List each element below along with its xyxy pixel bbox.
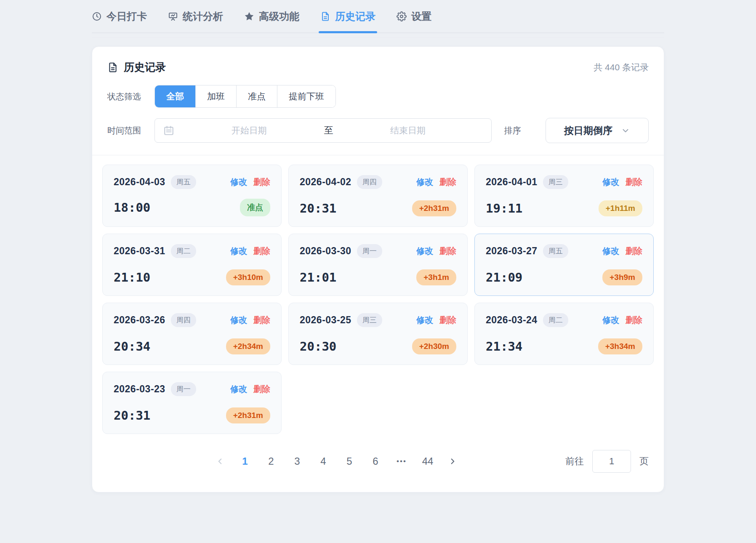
record-card[interactable]: 2026-03-30周一修改删除21:01+3h1m bbox=[288, 234, 468, 296]
status-badge: +2h34m bbox=[226, 338, 270, 354]
delete-link[interactable]: 删除 bbox=[626, 176, 642, 188]
record-card[interactable]: 2026-04-01周三修改删除19:11+1h11m bbox=[474, 165, 654, 227]
edit-link[interactable]: 修改 bbox=[602, 245, 619, 257]
record-card-footer: 21:34+3h34m bbox=[486, 338, 642, 354]
status-filter-option-1[interactable]: 加班 bbox=[195, 85, 236, 107]
edit-link[interactable]: 修改 bbox=[602, 176, 619, 188]
record-card-footer: 20:34+2h34m bbox=[114, 338, 270, 354]
record-card[interactable]: 2026-03-26周四修改删除20:34+2h34m bbox=[102, 303, 282, 365]
edit-link[interactable]: 修改 bbox=[230, 314, 247, 326]
edit-link[interactable]: 修改 bbox=[416, 176, 433, 188]
record-date: 2026-03-25 bbox=[300, 314, 351, 326]
edit-link[interactable]: 修改 bbox=[416, 245, 433, 257]
record-card[interactable]: 2026-03-24周二修改删除21:34+3h34m bbox=[474, 303, 654, 365]
record-actions: 修改删除 bbox=[230, 314, 270, 326]
page-number-44[interactable]: 44 bbox=[418, 455, 437, 467]
record-card[interactable]: 2026-04-03周五修改删除18:00准点 bbox=[102, 165, 282, 227]
page-number-4[interactable]: 4 bbox=[314, 455, 333, 467]
record-actions: 修改删除 bbox=[230, 176, 270, 188]
weekday-badge: 周二 bbox=[171, 244, 196, 258]
record-card[interactable]: 2026-03-23周一修改删除20:31+2h31m bbox=[102, 372, 282, 434]
record-card[interactable]: 2026-03-31周二修改删除21:10+3h10m bbox=[102, 234, 282, 296]
tab-gear[interactable]: 设置 bbox=[397, 0, 431, 32]
status-filter-option-2[interactable]: 准点 bbox=[236, 85, 277, 107]
edit-link[interactable]: 修改 bbox=[230, 245, 247, 257]
start-date-input[interactable]: 开始日期 bbox=[174, 125, 324, 136]
prev-page-button[interactable] bbox=[212, 457, 229, 466]
record-card[interactable]: 2026-03-25周三修改删除20:30+2h30m bbox=[288, 303, 468, 365]
panel-header: 历史记录 共 440 条记录 bbox=[92, 47, 664, 85]
edit-link[interactable]: 修改 bbox=[230, 383, 247, 395]
record-actions: 修改删除 bbox=[230, 245, 270, 257]
record-actions: 修改删除 bbox=[416, 245, 456, 257]
tab-document[interactable]: 历史记录 bbox=[320, 0, 375, 32]
record-card[interactable]: 2026-03-27周五修改删除21:09+3h9m bbox=[474, 234, 654, 296]
record-time: 18:00 bbox=[114, 200, 150, 215]
record-date: 2026-04-02 bbox=[300, 176, 351, 188]
edit-link[interactable]: 修改 bbox=[602, 314, 619, 326]
edit-link[interactable]: 修改 bbox=[416, 314, 433, 326]
tab-star[interactable]: 高级功能 bbox=[244, 0, 299, 32]
delete-link[interactable]: 删除 bbox=[439, 176, 456, 188]
record-time: 21:10 bbox=[114, 270, 150, 285]
status-badge: +3h9m bbox=[602, 269, 642, 285]
status-filter-option-0[interactable]: 全部 bbox=[155, 85, 195, 107]
tab-label: 历史记录 bbox=[335, 10, 375, 23]
page-list: 123456•••44 bbox=[212, 455, 461, 467]
pagination: 123456•••44 前往 页 bbox=[92, 434, 664, 492]
goto-page-input[interactable] bbox=[592, 450, 631, 473]
delete-link[interactable]: 删除 bbox=[253, 314, 270, 326]
record-date: 2026-03-24 bbox=[486, 314, 538, 326]
record-time: 21:09 bbox=[486, 270, 522, 285]
delete-link[interactable]: 删除 bbox=[253, 176, 270, 188]
weekday-badge: 周四 bbox=[357, 175, 382, 189]
record-actions: 修改删除 bbox=[602, 245, 642, 257]
page-number-3[interactable]: 3 bbox=[287, 455, 307, 467]
sort-label: 排序 bbox=[504, 125, 521, 136]
record-time: 20:30 bbox=[300, 339, 336, 354]
end-date-input[interactable]: 结束日期 bbox=[333, 125, 482, 136]
chevron-down-icon bbox=[621, 126, 630, 135]
status-badge: +2h31m bbox=[412, 200, 456, 216]
delete-link[interactable]: 删除 bbox=[253, 245, 270, 257]
record-card-header: 2026-04-01周三修改删除 bbox=[486, 175, 642, 189]
next-page-button[interactable] bbox=[444, 457, 461, 466]
status-badge: 准点 bbox=[240, 199, 270, 216]
range-separator: 至 bbox=[324, 124, 333, 137]
record-card-footer: 20:31+2h31m bbox=[300, 200, 456, 216]
more-pages-button[interactable]: ••• bbox=[392, 457, 411, 466]
status-filter-label: 状态筛选 bbox=[107, 91, 154, 102]
status-filter-option-3[interactable]: 提前下班 bbox=[277, 85, 335, 107]
tab-clock[interactable]: 今日打卡 bbox=[92, 0, 147, 32]
record-time: 20:31 bbox=[300, 201, 336, 216]
page-number-5[interactable]: 5 bbox=[340, 455, 359, 467]
record-card-footer: 21:10+3h10m bbox=[114, 269, 270, 285]
weekday-badge: 周四 bbox=[171, 313, 196, 327]
top-nav: 今日打卡统计分析高级功能历史记录设置 bbox=[92, 0, 664, 37]
tab-presentation[interactable]: 统计分析 bbox=[168, 0, 223, 32]
record-card-header: 2026-03-24周二修改删除 bbox=[486, 313, 642, 327]
delete-link[interactable]: 删除 bbox=[439, 245, 456, 257]
record-date: 2026-04-03 bbox=[114, 176, 165, 188]
page-number-2[interactable]: 2 bbox=[261, 455, 281, 467]
record-date: 2026-03-30 bbox=[300, 245, 351, 257]
goto-page: 前往 页 bbox=[565, 450, 649, 473]
main-content: 历史记录 共 440 条记录 状态筛选 全部加班准点提前下班 时间范围 开始日期… bbox=[92, 46, 664, 492]
status-badge: +2h31m bbox=[226, 407, 270, 423]
status-badge: +2h30m bbox=[412, 338, 456, 354]
record-actions: 修改删除 bbox=[416, 176, 456, 188]
delete-link[interactable]: 删除 bbox=[439, 314, 456, 326]
record-card[interactable]: 2026-04-02周四修改删除20:31+2h31m bbox=[288, 165, 468, 227]
delete-link[interactable]: 删除 bbox=[626, 314, 642, 326]
edit-link[interactable]: 修改 bbox=[230, 176, 247, 188]
delete-link[interactable]: 删除 bbox=[626, 245, 642, 257]
document-icon bbox=[320, 11, 330, 21]
calendar-icon bbox=[163, 125, 174, 136]
tab-label: 高级功能 bbox=[259, 10, 299, 23]
delete-link[interactable]: 删除 bbox=[253, 383, 270, 395]
record-date: 2026-03-26 bbox=[114, 314, 165, 326]
page-number-1[interactable]: 1 bbox=[235, 455, 255, 467]
page-number-6[interactable]: 6 bbox=[366, 455, 385, 467]
date-range-picker[interactable]: 开始日期 至 结束日期 bbox=[154, 118, 492, 143]
sort-select[interactable]: 按日期倒序 bbox=[546, 118, 649, 143]
